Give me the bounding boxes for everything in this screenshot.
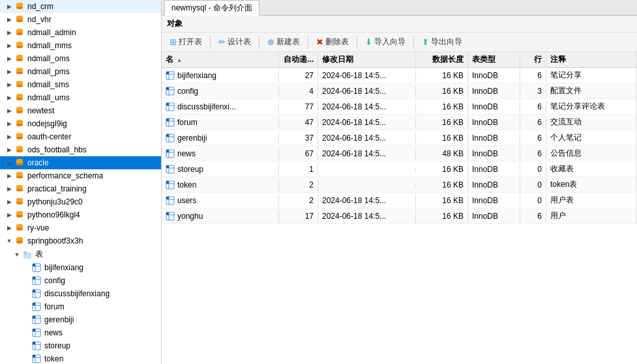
sidebar-item-oracle[interactable]: ▶ oracle — [0, 156, 161, 169]
sidebar-label: ndmall_mms — [27, 41, 72, 50]
toggle[interactable]: ▶ — [5, 198, 13, 206]
tab-newmysql[interactable]: newmysql - 命令列介面 — [164, 0, 259, 16]
cell-type: InnoDB — [468, 132, 520, 145]
table-row[interactable]: yonghu 17 2024-06-18 14:5... 16 KB InnoD… — [162, 208, 637, 224]
db-icon — [14, 27, 25, 38]
import-label: 导入向导 — [374, 36, 406, 48]
cell-auto: 67 — [279, 147, 318, 160]
object-header: 对象 — [162, 16, 637, 33]
sidebar-item-ndmall_sms[interactable]: ▶ ndmall_sms — [0, 78, 161, 91]
cell-type: InnoDB — [468, 163, 520, 176]
cell-row: 6 — [520, 116, 546, 129]
sidebar-item-ndmall_pms[interactable]: ▶ ndmall_pms — [0, 65, 161, 78]
new-table-button[interactable]: ⊕ 新建表 — [263, 35, 304, 49]
sidebar-item-performance_schema[interactable]: ▶ performance_schema — [0, 169, 161, 182]
table-icon — [31, 301, 42, 312]
toggle[interactable]: ▶ — [5, 172, 13, 180]
cell-date: 2024-06-18 14:5... — [318, 100, 416, 113]
table-row[interactable]: token 2 16 KB InnoDB 0 token表 — [162, 177, 637, 193]
toggle-ry-vue[interactable]: ▶ — [5, 224, 13, 232]
sidebar-item-nodejsgl9ig[interactable]: ▶ nodejsgl9ig — [0, 117, 161, 130]
table-row[interactable]: storeup 1 16 KB InnoDB 0 收藏表 — [162, 161, 637, 177]
db-icon — [14, 40, 25, 51]
sidebar-label: ndmall_sms — [27, 80, 69, 89]
cell-size: 16 KB — [416, 178, 468, 191]
sidebar-item-ndmall_mms[interactable]: ▶ ndmall_mms — [0, 39, 161, 52]
db-icon — [14, 79, 25, 90]
export-label: 导出向导 — [431, 36, 462, 48]
cell-size: 16 KB — [416, 116, 468, 129]
table-row[interactable]: discussbijifenxi... 77 2024-06-18 14:5..… — [162, 99, 637, 115]
sidebar-item-ry-vue[interactable]: ▶ ry-vue — [0, 221, 161, 234]
sidebar-item-practical_training[interactable]: ▶ practical_training — [0, 182, 161, 195]
table-row[interactable]: forum 47 2024-06-18 14:5... 16 KB InnoDB… — [162, 115, 637, 130]
toggle[interactable]: ▶ — [5, 81, 13, 89]
sidebar-item-t-news[interactable]: news — [0, 326, 161, 339]
toggle[interactable]: ▶ — [5, 185, 13, 193]
cell-date: 2024-06-18 14:5... — [318, 69, 416, 82]
toggle-nd_crm[interactable]: ▶ — [5, 3, 13, 10]
sidebar-item-t-discussbijifenxiang[interactable]: discussbijifenxiang — [0, 287, 161, 300]
sidebar-item-t-bijifenxiang[interactable]: bijifenxiang — [0, 261, 161, 274]
table-row[interactable]: users 2 2024-06-18 14:5... 16 KB InnoDB … — [162, 193, 637, 208]
cell-size: 16 KB — [416, 163, 468, 176]
cell-type: InnoDB — [468, 178, 520, 191]
table-row[interactable]: config 4 2024-06-18 14:5... 16 KB InnoDB… — [162, 83, 637, 99]
sidebar-item-t-storeup[interactable]: storeup — [0, 339, 161, 352]
table-row[interactable]: bijifenxiang 27 2024-06-18 14:5... 16 KB… — [162, 68, 637, 83]
toggle[interactable]: ▶ — [5, 94, 13, 102]
svg-rect-71 — [33, 290, 35, 292]
toggle[interactable]: ▶ — [5, 146, 13, 154]
sidebar-item-newtest[interactable]: ▶ newtest — [0, 104, 161, 117]
sidebar-item-springbootf3x3h[interactable]: ▼ springbootf3x3h — [0, 234, 161, 247]
sidebar-item-t-forum[interactable]: forum — [0, 300, 161, 313]
table-row[interactable]: gerenbiji 37 2024-06-18 14:5... 16 KB In… — [162, 130, 637, 146]
delete-table-button[interactable]: ✖ 删除表 — [312, 35, 353, 49]
sidebar-item-nd_vhr[interactable]: ▶ nd_vhr — [0, 13, 161, 26]
toggle-springbootf3x3h[interactable]: ▼ — [5, 237, 13, 245]
design-table-button[interactable]: ✏ 设计表 — [215, 35, 255, 49]
db-icon — [14, 105, 25, 116]
sidebar-label: nd_crm — [27, 2, 53, 11]
open-table-button[interactable]: ⊞ 打开表 — [166, 35, 206, 49]
toggle[interactable]: ▶ — [5, 159, 13, 167]
svg-point-35 — [16, 150, 23, 152]
sidebar-item-ndmall_admin[interactable]: ▶ ndmall_admin — [0, 26, 161, 39]
cell-row: 6 — [520, 69, 546, 82]
sidebar-item-pythono96lkgl4[interactable]: ▶ pythono96lkgl4 — [0, 208, 161, 221]
toggle[interactable]: ▶ — [5, 29, 13, 36]
export-button[interactable]: ⬆ 导出向导 — [418, 35, 466, 49]
toggle[interactable]: ▶ — [5, 120, 13, 128]
svg-point-8 — [16, 33, 23, 35]
col-header-date: 修改日期 — [318, 52, 416, 67]
toggle[interactable]: ▶ — [5, 68, 13, 76]
table-row[interactable]: news 67 2024-06-18 14:5... 48 KB InnoDB … — [162, 146, 637, 161]
db-icon — [14, 66, 25, 77]
cell-comment: 个人笔记 — [546, 130, 637, 145]
toggle[interactable]: ▶ — [5, 211, 13, 219]
toggle[interactable]: ▶ — [5, 133, 13, 141]
sidebar-item-nd_crm[interactable]: ▶ nd_crm — [0, 0, 161, 13]
import-button[interactable]: ⬇ 导入向导 — [361, 35, 409, 49]
toggle[interactable]: ▶ — [5, 107, 13, 115]
svg-rect-115 — [166, 119, 169, 121]
svg-rect-75 — [33, 303, 35, 305]
sidebar-item-tables-folder[interactable]: ▼ 表 — [0, 247, 161, 261]
toggle-tables[interactable]: ▼ — [13, 251, 21, 259]
sidebar-item-ndmall_oms[interactable]: ▶ ndmall_oms — [0, 52, 161, 65]
sidebar-label: storeup — [44, 341, 70, 350]
table-icon — [31, 288, 42, 299]
sidebar-item-t-token[interactable]: token — [0, 352, 161, 364]
toggle-nd_vhr[interactable]: ▶ — [5, 16, 13, 23]
toggle[interactable]: ▶ — [5, 42, 13, 49]
sidebar-item-ods_football_hbs[interactable]: ▶ ods_football_hbs — [0, 143, 161, 156]
sidebar-item-oauth-center[interactable]: ▶ oauth-center — [0, 130, 161, 143]
toggle[interactable]: ▶ — [5, 55, 13, 63]
sidebar-item-t-gerenbiji[interactable]: gerenbiji — [0, 313, 161, 326]
sidebar-item-ndmall_ums[interactable]: ▶ ndmall_ums — [0, 91, 161, 104]
sidebar-label: oracle — [27, 158, 49, 167]
sidebar-item-pythonju3u29c0[interactable]: ▶ pythonju3u29c0 — [0, 195, 161, 208]
col-header-auto: 自动递... — [279, 52, 318, 67]
sidebar-item-t-config[interactable]: config — [0, 274, 161, 287]
svg-point-11 — [16, 46, 23, 48]
